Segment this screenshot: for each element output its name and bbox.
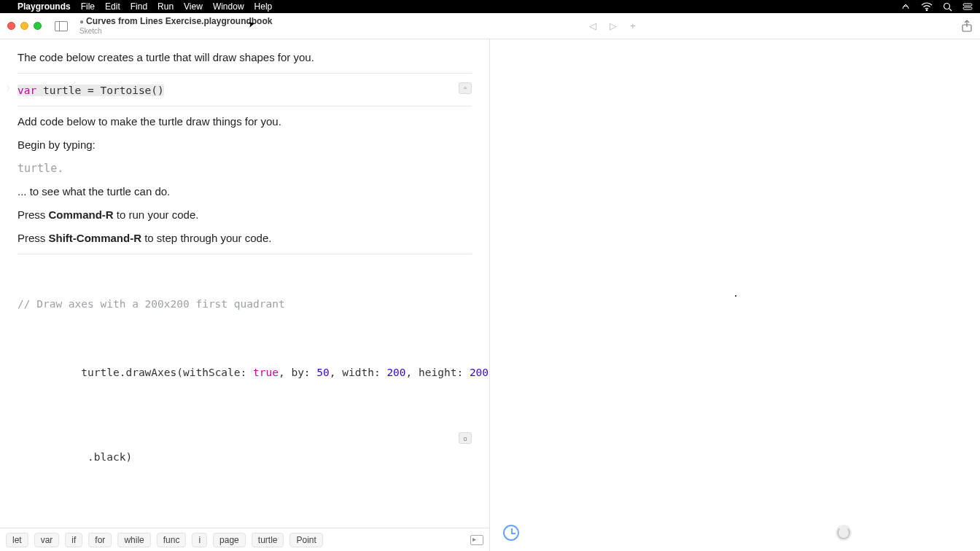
share-button[interactable]	[961, 20, 973, 33]
snippet-page[interactable]: page	[213, 533, 246, 547]
prose-begin: Begin by typing:	[18, 137, 472, 153]
snippet-if[interactable]: if	[65, 533, 82, 547]
menu-run[interactable]: Run	[158, 1, 174, 12]
result-inline-2[interactable]: ▫	[459, 432, 472, 444]
prose-run-hint: Press Command-R to run your code.	[18, 207, 472, 223]
status-control-center-icon[interactable]	[962, 2, 973, 11]
menu-edit[interactable]: Edit	[105, 1, 120, 12]
window-controls	[7, 22, 42, 30]
snippet-i[interactable]: i	[192, 533, 207, 547]
prose-intro: The code below creates a turtle that wil…	[18, 50, 472, 66]
snippet-func[interactable]: func	[157, 533, 187, 547]
snippet-while[interactable]: while	[117, 533, 150, 547]
gutter-run-marker[interactable]: 〉	[6, 82, 15, 95]
snippet-let[interactable]: let	[6, 533, 28, 547]
menu-window[interactable]: Window	[213, 1, 244, 12]
code-hint: turtle.	[18, 162, 63, 175]
canvas-origin-dot	[735, 295, 736, 297]
snippet-point[interactable]: Point	[289, 533, 322, 547]
nav-next-button[interactable]: ▷	[610, 20, 617, 31]
prose-see: ... to see what the turtle can do.	[18, 184, 472, 200]
document-subtitle: Sketch	[79, 27, 272, 35]
status-search-icon[interactable]	[943, 2, 952, 12]
result-inline-1[interactable]: ▫	[459, 82, 472, 94]
svg-rect-3	[963, 7, 972, 9]
toggle-sidebar-button[interactable]	[55, 21, 68, 31]
menu-help[interactable]: Help	[254, 1, 273, 12]
menu-find[interactable]: Find	[131, 1, 147, 12]
code-editor[interactable]: The code below creates a turtle that wil…	[0, 39, 489, 528]
menu-file[interactable]: File	[81, 1, 95, 12]
live-view	[490, 39, 980, 551]
menu-view[interactable]: View	[184, 1, 203, 12]
zoom-window-button[interactable]	[34, 22, 42, 30]
document-title: ●Curves from Lines Exercise.playgroundbo…	[79, 17, 272, 26]
snippet-for[interactable]: for	[88, 533, 112, 547]
svg-point-0	[926, 9, 928, 11]
status-backup-icon[interactable]	[901, 2, 911, 11]
snippet-var[interactable]: var	[34, 533, 60, 547]
status-wifi-icon[interactable]	[921, 2, 933, 11]
app-menu[interactable]: Playgrounds	[18, 1, 71, 12]
nav-prev-button[interactable]: ◁	[589, 20, 596, 31]
minimize-window-button[interactable]	[20, 22, 28, 30]
activity-spinner-icon	[836, 525, 852, 541]
svg-point-1	[944, 3, 950, 9]
run-snippet-button[interactable]	[470, 535, 483, 545]
titlebar: ●Curves from Lines Exercise.playgroundbo…	[0, 13, 980, 39]
code-block-main[interactable]: // Draw axes with a 200x200 first quadra…	[18, 262, 472, 528]
svg-rect-2	[963, 4, 972, 6]
run-clock-icon[interactable]	[503, 525, 519, 541]
snippet-bar: let var if for while func i page turtle …	[0, 528, 489, 551]
snippet-turtle[interactable]: turtle	[252, 533, 284, 547]
nav-add-button[interactable]: +	[630, 20, 636, 31]
prose-step-hint: Press Shift-Command-R to step through yo…	[18, 230, 472, 246]
menubar: Playgrounds File Edit Find Run View Wind…	[0, 0, 980, 13]
prose-add: Add code below to make the turtle draw t…	[18, 114, 472, 130]
close-window-button[interactable]	[7, 22, 15, 30]
